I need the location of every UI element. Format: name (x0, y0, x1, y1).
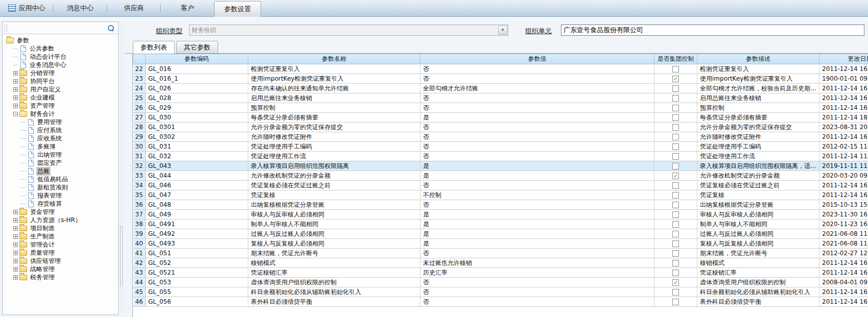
checkbox-unchecked-icon[interactable] (672, 299, 679, 305)
chevron-down-icon[interactable]: ▼ (498, 26, 507, 35)
tree-item-参数[interactable]: 参数 (3, 36, 118, 44)
tree-item-存货核算[interactable]: 存货核算 (3, 200, 118, 208)
checkbox-checked-icon[interactable] (672, 76, 679, 82)
column-header-rownum[interactable] (133, 54, 146, 64)
expand-plus-icon[interactable]: + (13, 104, 18, 108)
expand-plus-icon[interactable]: + (13, 218, 18, 223)
checkbox-checked-icon[interactable] (672, 279, 679, 286)
tree-item-新租赁准则[interactable]: 新租赁准则 (3, 183, 118, 191)
tree-item-费用管理[interactable]: 费用管理 (3, 118, 118, 126)
column-header-参数编码[interactable]: 参数编码 (146, 54, 248, 64)
table-row[interactable]: 40GL_0493复核人与反复核人必须相同是复核人与反复核人必须相同2021-0… (133, 239, 868, 249)
expand-plus-icon[interactable]: + (13, 71, 18, 76)
tree-item-用户自定义[interactable]: +用户自定义 (3, 85, 118, 93)
checkbox-unchecked-icon[interactable] (672, 66, 679, 72)
table-row[interactable]: 42GL_052核销模式未过账也允许核销核销模式2011-12-14 16:30 (133, 258, 868, 268)
panel-splitter[interactable] (120, 21, 124, 315)
table-row[interactable]: 24GL_026存在尚未确认的往来通知单允许结账全部勾稽才允许结账全部勾稽才允许… (133, 84, 868, 93)
expand-plus-icon[interactable]: + (13, 95, 18, 100)
column-header-参数名称[interactable]: 参数名称 (248, 54, 420, 64)
table-row[interactable]: 46GL_056表外科目必须借贷平衡否表外科目必须借贷平衡2011-12-14 … (133, 297, 868, 307)
expand-plus-icon[interactable]: + (13, 251, 18, 255)
checkbox-unchecked-icon[interactable] (672, 95, 679, 102)
checkbox-unchecked-icon[interactable] (672, 85, 679, 92)
tree-item-战略管理[interactable]: +战略管理 (3, 265, 118, 273)
checkbox-unchecked-icon[interactable] (672, 192, 679, 199)
search-icon[interactable] (108, 25, 114, 31)
tree-item-资产管理[interactable]: +资产管理 (3, 102, 118, 110)
expand-plus-icon[interactable]: + (13, 275, 18, 280)
tree-item-出纳管理[interactable]: 出纳管理 (3, 151, 118, 159)
table-row[interactable]: 32GL_043录入核算项目启用组织范围权限隔离是录入核算项目启用组织范围权限隔… (133, 161, 868, 171)
table-row[interactable]: 31GL_032凭证处理使用工作流否凭证处理使用工作流2011-12-14 11… (133, 152, 868, 161)
checkbox-unchecked-icon[interactable] (672, 202, 679, 208)
tree-item-项目制造[interactable]: +项目制造 (3, 224, 118, 232)
tree-item-分销管理[interactable]: +分销管理 (3, 69, 118, 77)
splitter-grip[interactable] (120, 226, 123, 287)
checkbox-unchecked-icon[interactable] (672, 289, 679, 296)
tree-item-公共参数[interactable]: 公共参数 (3, 44, 118, 53)
checkbox-unchecked-icon[interactable] (672, 260, 679, 266)
checkbox-unchecked-icon[interactable] (672, 270, 679, 276)
table-row[interactable]: 45GL_055科目余额初始化必须从辅助账初始化引入否科目余额初始化必须从辅助账… (133, 287, 868, 297)
table-row[interactable]: 25GL_028启用总账往来业务核销否启用总账往来业务核销2011-12-14 … (133, 93, 868, 103)
expand-plus-icon[interactable]: + (13, 210, 18, 214)
expand-plus-icon[interactable]: + (13, 267, 18, 272)
top-tab-供应商[interactable]: 供应商 (107, 0, 160, 17)
tab-参数列表[interactable]: 参数列表 (133, 41, 175, 54)
checkbox-checked-icon[interactable] (672, 173, 679, 179)
checkbox-unchecked-icon[interactable] (672, 211, 679, 218)
tree-item-业务消息中心[interactable]: 业务消息中心 (3, 61, 118, 69)
table-row[interactable]: 29GL_0302允许随时修改凭证附件否允许随时修改凭证附件2011-12-14… (133, 132, 868, 142)
table-row[interactable]: 22GL_016检测凭证重复引入否检测凭证重复引入2011-12-14 16:3… (133, 64, 868, 74)
tree-item-协同平台[interactable]: +协同平台 (3, 77, 118, 85)
table-row[interactable]: 33GL_044允许修改机制凭证的分录金额是允许修改机制凭证的分录金额2020-… (133, 171, 868, 181)
tree-item-供应链管理[interactable]: +供应链管理 (3, 257, 118, 265)
checkbox-unchecked-icon[interactable] (672, 163, 679, 169)
top-tab-消息中心[interactable]: 消息中心 (54, 0, 107, 17)
tree-item-报表管理[interactable]: 报表管理 (3, 191, 118, 200)
tree-item-生产制造[interactable]: +生产制造 (3, 232, 118, 240)
tree-item-低值易耗品[interactable]: 低值易耗品 (3, 175, 118, 183)
expand-plus-icon[interactable]: + (13, 234, 18, 239)
tree-item-应付系统[interactable]: 应付系统 (3, 126, 118, 134)
table-row[interactable]: 35GL_047凭证复核不控制凭证复核2011-12-14 16:30 (133, 190, 868, 200)
tree-item-动态会计平台[interactable]: 动态会计平台 (3, 53, 118, 61)
top-tab-应用中心[interactable]: 应用中心 (0, 0, 53, 17)
table-row[interactable]: 34GL_046凭证复核必须在凭证过账之前否凭证复核必须在凭证过账之前2011-… (133, 181, 868, 190)
table-row[interactable]: 39GL_0492过账人与反过账人必须相同是过账人与反过账人必须相同2021-0… (133, 229, 868, 239)
org-unit-input[interactable] (561, 25, 864, 36)
expand-plus-icon[interactable]: + (13, 79, 18, 84)
checkbox-unchecked-icon[interactable] (672, 250, 679, 257)
column-header-是否集团控制[interactable]: 是否集团控制 (654, 54, 697, 64)
checkbox-unchecked-icon[interactable] (672, 240, 679, 247)
table-row[interactable]: 38GL_0491制单人与审核人不能相同是制单人与审核人不能相同2020-11-… (133, 220, 868, 229)
tree-item-税务管理[interactable]: +税务管理 (3, 273, 118, 281)
tree-item-质量管理[interactable]: +质量管理 (3, 249, 118, 257)
column-header-更改日期[interactable]: 更改日期 (819, 54, 868, 64)
collapse-minus-icon[interactable]: − (13, 112, 18, 116)
top-tab-参数设置[interactable]: 参数设置 (214, 1, 261, 17)
expand-plus-icon[interactable]: + (13, 226, 18, 231)
tree-item-企业建模[interactable]: +企业建模 (3, 93, 118, 102)
expand-plus-icon[interactable]: + (13, 259, 18, 263)
table-row[interactable]: 26GL_029预算控制否预算控制2011-12-14 16:30 (133, 103, 868, 113)
table-row[interactable]: 36GL_048出纳复核根据凭证分录登账否出纳复核根据凭证分录登账2015-10… (133, 200, 868, 210)
checkbox-unchecked-icon[interactable] (672, 182, 679, 189)
checkbox-unchecked-icon[interactable] (672, 105, 679, 111)
expand-plus-icon[interactable]: + (13, 242, 18, 247)
tree-item-财务会计[interactable]: −财务会计 (3, 110, 118, 118)
expand-plus-icon[interactable]: + (13, 87, 18, 92)
checkbox-unchecked-icon[interactable] (672, 143, 679, 150)
tab-其它参数[interactable]: 其它参数 (176, 41, 218, 54)
table-row[interactable]: 43GL_0521凭证核销汇率历史汇率凭证核销汇率2011-12-14 16:3… (133, 268, 868, 278)
tree-item-人力资源（s-HR）[interactable]: +人力资源（s-HR） (3, 216, 118, 224)
org-type-combo[interactable]: 财务组织 ▼ (189, 25, 508, 36)
checkbox-unchecked-icon[interactable] (672, 134, 679, 140)
table-row[interactable]: 27GL_030每条凭证分录必须有摘要是每条凭证分录必须有摘要2011-12-1… (133, 113, 868, 123)
tree-item-固定资产[interactable]: 固定资产 (3, 159, 118, 167)
checkbox-unchecked-icon[interactable] (672, 231, 679, 237)
checkbox-unchecked-icon[interactable] (672, 124, 679, 131)
table-row[interactable]: 41GL_051期末结账，凭证允许断号否期末结账，凭证允许断号2012-02-2… (133, 249, 868, 258)
column-header-参数值[interactable]: 参数值 (420, 54, 654, 64)
